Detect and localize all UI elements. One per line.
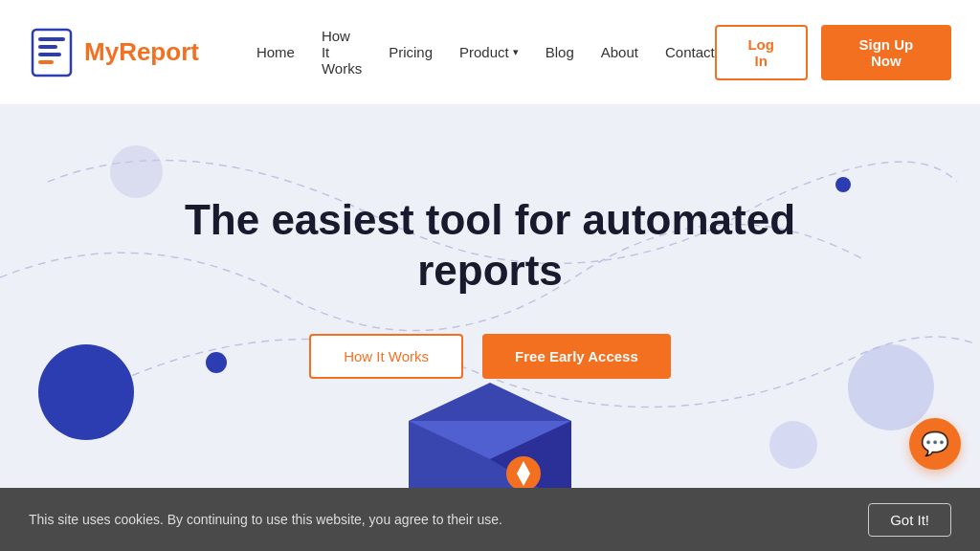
decorative-circle-4 <box>835 177 851 192</box>
decorative-circle-6 <box>769 421 817 469</box>
free-early-access-button[interactable]: Free Early Access <box>482 334 671 379</box>
cookie-banner: This site uses cookies. By continuing to… <box>0 488 980 551</box>
decorative-circle-2 <box>38 344 134 440</box>
got-it-button[interactable]: Got It! <box>868 503 951 537</box>
hero-content: The easiest tool for automated reports H… <box>185 195 795 380</box>
svg-rect-3 <box>38 53 61 56</box>
nav-contact[interactable]: Contact <box>665 44 715 60</box>
hero-title: The easiest tool for automated reports <box>185 195 795 297</box>
svg-rect-4 <box>38 60 54 64</box>
nav-home[interactable]: Home <box>256 44 295 60</box>
logo[interactable]: MyReport <box>29 28 199 77</box>
hero-buttons: How It Works Free Early Access <box>185 334 795 379</box>
svg-rect-1 <box>38 37 65 41</box>
cookie-text: This site uses cookies. By continuing to… <box>29 512 849 527</box>
nav-product[interactable]: Product ▾ <box>459 44 519 60</box>
chat-button[interactable]: 💬 <box>909 418 961 470</box>
decorative-circle-1 <box>110 145 163 198</box>
how-it-works-button[interactable]: How It Works <box>309 334 463 379</box>
login-button[interactable]: Log In <box>715 25 808 80</box>
hero-section: The easiest tool for automated reports H… <box>0 105 980 497</box>
logo-icon <box>29 28 75 77</box>
nav-about[interactable]: About <box>601 44 638 60</box>
nav-how-it-works[interactable]: How It Works <box>322 28 362 77</box>
logo-text: MyReport <box>84 37 199 67</box>
svg-rect-2 <box>38 45 57 49</box>
nav-actions: Log In Sign Up Now <box>715 25 951 80</box>
nav-links: Home How It Works Pricing Product ▾ Blog… <box>256 28 715 77</box>
navbar: MyReport Home How It Works Pricing Produ… <box>0 0 980 105</box>
chat-icon: 💬 <box>921 430 949 457</box>
nav-pricing[interactable]: Pricing <box>389 44 433 60</box>
decorative-3d-shape <box>409 383 571 497</box>
nav-blog[interactable]: Blog <box>546 44 574 60</box>
decorative-circle-5 <box>848 344 934 430</box>
signup-button[interactable]: Sign Up Now <box>821 25 951 80</box>
chevron-down-icon: ▾ <box>513 46 519 58</box>
